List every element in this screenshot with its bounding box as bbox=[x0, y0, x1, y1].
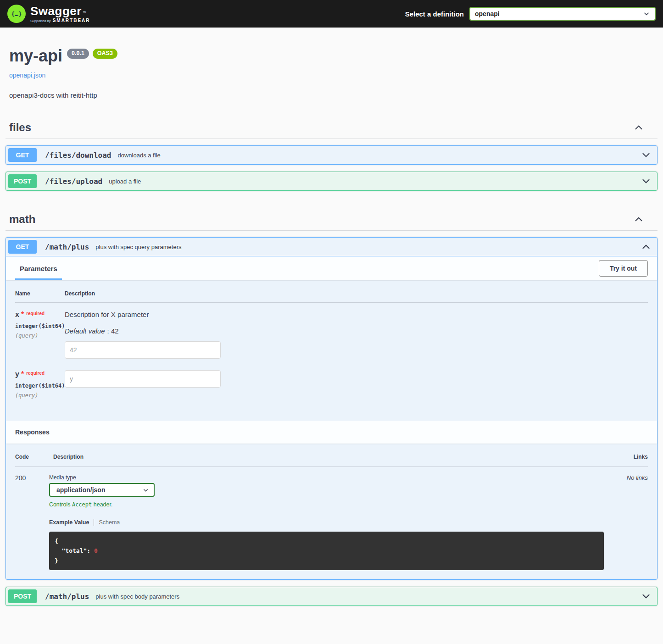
operation-body: Parameters Try it out Name Description x… bbox=[6, 256, 657, 579]
responses-table: Code Description Links 200 Media type ap… bbox=[6, 444, 657, 579]
api-description: openapi3-docs with reitit-http bbox=[9, 91, 654, 99]
chevron-up-icon[interactable] bbox=[641, 242, 651, 252]
operation-summary[interactable]: POST /math/plus plus with spec body para… bbox=[6, 587, 657, 605]
operation-summary[interactable]: GET /math/plus plus with spec query para… bbox=[6, 238, 657, 256]
definition-select-value: openapi bbox=[475, 10, 500, 17]
parameter-row-y: y*required integer($int64) (query) bbox=[15, 362, 648, 399]
chevron-up-icon[interactable] bbox=[634, 214, 644, 224]
parameter-location: (query) bbox=[15, 392, 65, 399]
api-info: my-api 0.0.1 OAS3 openapi.json openapi3-… bbox=[6, 28, 657, 99]
definition-select[interactable]: openapi bbox=[469, 7, 656, 21]
parameter-description-cell bbox=[65, 370, 648, 399]
tag-header-files[interactable]: files bbox=[6, 117, 657, 139]
response-row-200: 200 Media type application/json Controls… bbox=[15, 467, 648, 570]
tag-header-math[interactable]: math bbox=[6, 208, 657, 231]
parameter-name-cell: x*required integer($int64) (query) bbox=[15, 311, 65, 359]
chevron-down-icon bbox=[643, 10, 650, 17]
tab-parameters[interactable]: Parameters bbox=[15, 257, 62, 280]
operation-description: downloads a file bbox=[118, 152, 161, 159]
select-definition-label: Select a definition bbox=[405, 10, 464, 18]
tab-divider bbox=[94, 519, 94, 526]
opblock-post-math-plus: POST /math/plus plus with spec body para… bbox=[6, 587, 657, 606]
brand-text: Swagger ™ Supported by SMARTBEAR bbox=[30, 5, 90, 23]
operation-path: /math/plus bbox=[45, 592, 89, 601]
chevron-down-icon[interactable] bbox=[641, 591, 651, 601]
chevron-down-icon[interactable] bbox=[641, 150, 651, 160]
chevron-down-icon[interactable] bbox=[641, 176, 651, 186]
opblock-get-files-download: GET /files/download downloads a file bbox=[6, 145, 657, 165]
parameter-type: integer($int64) bbox=[15, 323, 65, 329]
try-it-out-button[interactable]: Try it out bbox=[599, 260, 648, 277]
parameters-section-header: Parameters Try it out bbox=[6, 256, 657, 280]
responses-section-header: Responses bbox=[6, 421, 657, 444]
media-type-value: application/json bbox=[56, 486, 106, 494]
method-badge-post: POST bbox=[8, 174, 37, 188]
brand-name: Swagger bbox=[30, 5, 82, 17]
required-label: required bbox=[26, 371, 45, 376]
media-type-label: Media type bbox=[49, 474, 604, 481]
required-label: required bbox=[26, 311, 45, 316]
main-content: my-api 0.0.1 OAS3 openapi.json openapi3-… bbox=[0, 28, 663, 624]
operation-summary[interactable]: GET /files/download downloads a file bbox=[6, 146, 657, 164]
trademark-symbol: ™ bbox=[83, 11, 86, 15]
operation-summary[interactable]: POST /files/upload upload a file bbox=[6, 172, 657, 190]
required-star: * bbox=[21, 370, 24, 378]
tab-schema[interactable]: Schema bbox=[99, 519, 120, 526]
default-value-text: : 42 bbox=[107, 327, 119, 335]
name-column-header: Name bbox=[15, 290, 65, 297]
chevron-down-icon bbox=[142, 487, 149, 494]
tag-title: math bbox=[9, 213, 35, 226]
method-badge-get: GET bbox=[8, 148, 37, 162]
supported-by-prefix: Supported by bbox=[30, 19, 51, 23]
tag-section-math: math GET /math/plus plus with spec query… bbox=[6, 208, 657, 606]
page-title: my-api bbox=[9, 48, 62, 64]
method-badge-get: GET bbox=[8, 240, 37, 254]
parameter-name: x bbox=[15, 311, 19, 318]
media-type-select[interactable]: application/json bbox=[49, 483, 155, 497]
parameter-y-input[interactable] bbox=[65, 370, 221, 388]
example-value-code-block: { "total": 0 } bbox=[49, 532, 604, 570]
opblock-get-math-plus: GET /math/plus plus with spec query para… bbox=[6, 237, 657, 580]
response-description-cell: Media type application/json Controls Acc… bbox=[49, 474, 611, 570]
accept-header-note: Controls Accept header. bbox=[49, 501, 604, 508]
tab-example-value[interactable]: Example Value bbox=[49, 519, 89, 526]
json-number-value: 0 bbox=[94, 547, 98, 554]
operation-description: upload a file bbox=[109, 178, 141, 185]
code-column-header: Code bbox=[15, 454, 53, 460]
operation-path: /files/download bbox=[45, 151, 111, 160]
swagger-brand-link[interactable]: {…} Swagger ™ Supported by SMARTBEAR bbox=[7, 5, 90, 23]
parameter-default: Default value: 42 bbox=[65, 327, 648, 335]
smartbear-wordmark: SMARTBEAR bbox=[53, 18, 90, 23]
parameter-description-cell: Description for X parameter Default valu… bbox=[65, 311, 648, 359]
tag-title: files bbox=[9, 121, 31, 134]
operation-path: /math/plus bbox=[45, 243, 89, 251]
version-badge: 0.0.1 bbox=[67, 49, 89, 59]
method-badge-post: POST bbox=[8, 589, 37, 603]
operation-path: /files/upload bbox=[45, 177, 102, 186]
parameter-location: (query) bbox=[15, 333, 65, 339]
logo-braces-glyph: {…} bbox=[11, 11, 22, 17]
responses-title: Responses bbox=[15, 428, 50, 436]
responses-table-header: Code Description Links bbox=[15, 454, 648, 467]
parameter-description: Description for X parameter bbox=[65, 311, 648, 318]
opblock-post-files-upload: POST /files/upload upload a file bbox=[6, 172, 657, 191]
spec-link[interactable]: openapi.json bbox=[9, 72, 45, 79]
parameter-x-input[interactable] bbox=[65, 341, 221, 359]
parameter-row-x: x*required integer($int64) (query) Descr… bbox=[15, 303, 648, 359]
operation-description: plus with spec query parameters bbox=[95, 244, 181, 250]
response-code: 200 bbox=[15, 474, 49, 570]
description-column-header: Description bbox=[65, 290, 648, 297]
description-column-header: Description bbox=[53, 454, 607, 460]
default-value-label: Default value bbox=[65, 327, 105, 335]
topbar: {…} Swagger ™ Supported by SMARTBEAR Sel… bbox=[0, 0, 663, 28]
parameter-type: integer($int64) bbox=[15, 383, 65, 389]
parameters-table: Name Description x*required integer($int… bbox=[6, 280, 657, 421]
chevron-up-icon[interactable] bbox=[634, 122, 644, 133]
links-column-header: Links bbox=[607, 454, 648, 460]
definition-selector: Select a definition openapi bbox=[405, 7, 656, 21]
operation-description: plus with spec body parameters bbox=[95, 593, 179, 600]
tag-section-files: files GET /files/download downloads a fi… bbox=[6, 117, 657, 191]
required-star: * bbox=[21, 311, 24, 318]
oas3-badge: OAS3 bbox=[93, 49, 117, 59]
supported-by: Supported by SMARTBEAR bbox=[30, 18, 90, 23]
